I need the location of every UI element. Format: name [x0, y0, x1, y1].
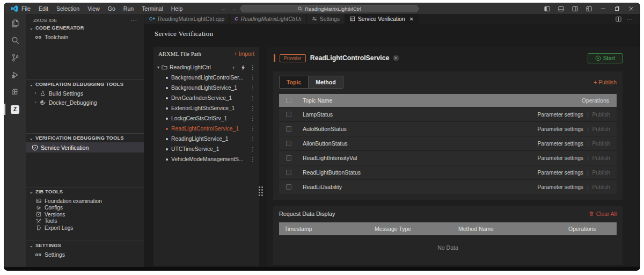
- toggle-secondary-sidebar-icon[interactable]: [572, 5, 579, 12]
- bolt-icon[interactable]: [241, 65, 245, 70]
- tab-readingmatrixlightctrl-cpp[interactable]: C+ReadingMatrixLightCtrl.cpp: [144, 14, 230, 24]
- sidebar-item-export-logs[interactable]: Export Logs: [26, 225, 144, 231]
- kebab-menu-icon[interactable]: ⋮: [250, 115, 255, 121]
- tree-item[interactable]: ExteriorLightStsService_1⋮: [153, 103, 259, 113]
- restore-button[interactable]: [613, 5, 620, 12]
- run-debug-icon[interactable]: [4, 68, 26, 82]
- bullet-icon: [166, 158, 168, 161]
- kebab-menu-icon[interactable]: ⋮: [250, 156, 255, 162]
- tree-item[interactable]: BackgroundLightControlSer...⋮: [153, 73, 259, 83]
- close-tab-icon[interactable]: ✕: [409, 16, 414, 22]
- row-checkbox[interactable]: [286, 170, 291, 175]
- tab-topic[interactable]: Topic: [280, 76, 308, 88]
- kebab-menu-icon[interactable]: ⋮: [250, 105, 255, 111]
- kebab-menu-icon[interactable]: ⋮: [250, 126, 255, 132]
- row-checkbox[interactable]: [286, 112, 291, 117]
- publish-link[interactable]: Publish: [592, 112, 610, 118]
- parameter-settings-link[interactable]: Parameter settings: [537, 184, 583, 190]
- row-checkbox[interactable]: [286, 126, 291, 132]
- publish-link[interactable]: Publish: [592, 155, 610, 161]
- extensions-icon[interactable]: [4, 85, 26, 99]
- select-all-checkbox[interactable]: [286, 98, 291, 103]
- sidebar-more-icon[interactable]: ···: [131, 17, 138, 23]
- kebab-menu-icon[interactable]: ⋮: [250, 146, 255, 152]
- tab-service-verification[interactable]: Service Verification✕: [345, 14, 419, 24]
- add-icon[interactable]: ＋: [231, 64, 236, 71]
- sidebar-item-docker-debugging[interactable]: ›Docker_Debugging: [26, 98, 144, 107]
- tree-item-selected[interactable]: ReadLightControlService_1⋮: [153, 124, 259, 134]
- copy-icon[interactable]: [393, 55, 399, 61]
- menu-edit[interactable]: Edit: [39, 5, 48, 12]
- tree-item[interactable]: LockgCenStsCtrlSrv_1⋮: [153, 113, 259, 124]
- tab-readingmatrixlightctrl-h[interactable]: CReadingMatrixLightCtrl.h: [230, 14, 306, 24]
- panel-resize-handle[interactable]: [258, 184, 264, 198]
- menu-view[interactable]: View: [87, 5, 100, 12]
- start-button[interactable]: Start: [588, 53, 623, 63]
- forward-arrow-icon[interactable]: →: [231, 5, 237, 12]
- parameter-settings-link[interactable]: Parameter settings: [537, 141, 583, 147]
- zkos-extension-icon[interactable]: Z: [4, 103, 26, 116]
- kebab-menu-icon[interactable]: ⋮: [250, 136, 255, 142]
- section-header[interactable]: ⌄CODE GENERATOR: [26, 24, 144, 32]
- sidebar-title: ZKOS IDE: [33, 17, 131, 23]
- menu-help[interactable]: Help: [171, 5, 183, 12]
- tab-method[interactable]: Method: [308, 76, 342, 88]
- sidebar-item-tools[interactable]: Tools: [26, 218, 144, 225]
- publish-link[interactable]: Publish: [592, 126, 610, 132]
- clear-all-button[interactable]: Clear All: [589, 211, 617, 217]
- section-header[interactable]: ⌄VERIFICATION DEBUGGING TOOLS: [26, 134, 144, 142]
- sidebar-item-configs[interactable]: Configs: [26, 205, 144, 212]
- more-actions-icon[interactable]: ⋯: [627, 16, 633, 23]
- minimize-button[interactable]: [599, 5, 606, 12]
- column-message-type: Message Type: [369, 226, 453, 232]
- toggle-panel-icon[interactable]: [558, 5, 565, 12]
- search-input[interactable]: ReadingMatrixLightMCtrl: [240, 5, 419, 12]
- row-checkbox[interactable]: [286, 155, 291, 161]
- sidebar-item-build-settings[interactable]: ›Build Settings: [26, 89, 144, 98]
- import-button[interactable]: +Import: [234, 51, 254, 57]
- menu-run[interactable]: Run: [123, 5, 134, 12]
- section-header[interactable]: ⌄SETTINGS: [26, 241, 144, 250]
- kebab-menu-icon[interactable]: ⋮: [250, 64, 255, 70]
- parameter-settings-link[interactable]: Parameter settings: [537, 155, 583, 161]
- explorer-icon[interactable]: [4, 17, 26, 30]
- tree-item[interactable]: ReadingLightService_1⋮: [153, 134, 259, 144]
- publish-link[interactable]: Publish: [592, 170, 610, 176]
- menu-terminal[interactable]: Terminal: [142, 5, 163, 12]
- menu-file[interactable]: File: [21, 5, 31, 12]
- publish-link[interactable]: Publish: [592, 184, 610, 190]
- row-checkbox[interactable]: [286, 184, 291, 190]
- menu-go[interactable]: Go: [108, 5, 115, 12]
- toggle-sidebar-icon[interactable]: [544, 5, 551, 12]
- row-checkbox[interactable]: [286, 141, 291, 146]
- header-file-icon: C: [235, 16, 238, 21]
- parameter-settings-link[interactable]: Parameter settings: [537, 112, 583, 118]
- menu-selection[interactable]: Selection: [56, 5, 79, 12]
- close-window-button[interactable]: [627, 5, 634, 12]
- sidebar-item-settings[interactable]: ooSettings: [26, 250, 144, 259]
- sidebar-item-versions[interactable]: Versions: [26, 211, 144, 218]
- parameter-settings-link[interactable]: Parameter settings: [537, 170, 583, 176]
- publish-button[interactable]: +Publish: [594, 79, 617, 85]
- parameter-settings-link[interactable]: Parameter settings: [537, 126, 583, 132]
- tree-item[interactable]: VehicleModeManagementS...⋮: [153, 154, 259, 164]
- search-sidebar-icon[interactable]: [4, 34, 26, 47]
- kebab-menu-icon[interactable]: ⋮: [250, 95, 255, 101]
- section-header[interactable]: ⌄COMPILATION DEBUGGING TOOLS: [26, 80, 144, 89]
- tree-root-readinglightctrl[interactable]: ▾ ReadingLightCtrl ＋ ⋮: [153, 62, 259, 73]
- sidebar-item-toolchain[interactable]: ooToolchain: [26, 32, 144, 41]
- kebab-menu-icon[interactable]: ⋮: [250, 75, 255, 81]
- sidebar-item-foundation-examination[interactable]: Foundation examination: [26, 198, 144, 205]
- publish-link[interactable]: Publish: [592, 141, 610, 147]
- sidebar-item-service-verification[interactable]: Service Verification: [26, 142, 144, 153]
- back-arrow-icon[interactable]: ←: [221, 5, 227, 12]
- customize-layout-icon[interactable]: [586, 5, 592, 12]
- tab-settings[interactable]: Settings: [307, 14, 345, 24]
- split-editor-icon[interactable]: [616, 16, 621, 22]
- section-header[interactable]: ⌄ZIB TOOLS: [26, 187, 144, 196]
- tree-item[interactable]: DrvrGearIndcnService_1⋮: [153, 93, 259, 103]
- tree-item[interactable]: BackgroundLightService_1⋮: [153, 83, 259, 93]
- source-control-icon[interactable]: [4, 51, 26, 64]
- tree-item[interactable]: UTCTimeService_1⋮: [153, 144, 259, 154]
- kebab-menu-icon[interactable]: ⋮: [250, 85, 255, 91]
